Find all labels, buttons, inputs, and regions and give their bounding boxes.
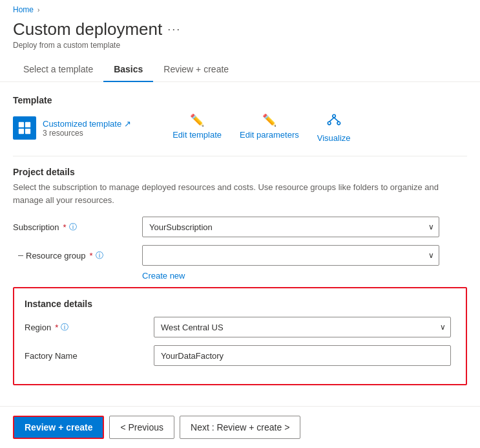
template-actions: ✏️ Edit template ✏️ Edit parameters xyxy=(172,113,350,143)
svg-point-4 xyxy=(332,114,335,118)
edit-parameters-action[interactable]: ✏️ Edit parameters xyxy=(240,113,299,143)
template-icon xyxy=(13,116,36,140)
subscription-row: Subscription * ⓘ YourSubscription ∨ xyxy=(13,217,467,237)
resource-group-select-wrapper: ∨ xyxy=(142,245,439,266)
svg-point-5 xyxy=(328,122,331,125)
visualize-action[interactable]: Visualize xyxy=(317,113,351,143)
factory-name-control xyxy=(154,345,451,366)
template-resources: 3 resources xyxy=(43,129,131,138)
region-control: West Central US ∨ xyxy=(154,317,451,337)
page-title-options[interactable]: ··· xyxy=(167,23,181,36)
resource-group-row: Resource group * ⓘ ∨ xyxy=(13,245,467,266)
divider-1 xyxy=(13,156,467,156)
project-description: Select the subscription to manage deploy… xyxy=(13,181,467,206)
edit-parameters-icon: ✏️ xyxy=(262,113,277,127)
resource-group-required: * xyxy=(90,251,93,261)
resource-group-select[interactable] xyxy=(142,245,439,266)
svg-rect-0 xyxy=(19,122,24,127)
template-text-block: Customized template ↗ 3 resources xyxy=(43,119,131,138)
template-grid-icon xyxy=(17,121,32,135)
instance-details-box: Instance details Region * ⓘ West Central… xyxy=(13,287,467,385)
region-select-wrapper: West Central US ∨ xyxy=(154,317,451,337)
tab-bar: Select a template Basics Review + create xyxy=(0,58,480,82)
visualize-icon xyxy=(327,113,341,131)
resource-group-control: ∨ xyxy=(142,245,439,266)
svg-line-8 xyxy=(334,118,339,122)
tab-basics[interactable]: Basics xyxy=(103,58,153,82)
previous-button[interactable]: < Previous xyxy=(109,416,174,439)
region-row: Region * ⓘ West Central US ∨ xyxy=(25,317,455,337)
subscription-required: * xyxy=(63,222,67,232)
template-section-title: Template xyxy=(13,95,467,105)
edit-template-label: Edit template xyxy=(172,130,222,140)
breadcrumb-chevron-icon: › xyxy=(37,6,39,14)
svg-rect-2 xyxy=(19,129,24,134)
edit-template-icon: ✏️ xyxy=(190,113,204,127)
breadcrumb: Home › xyxy=(0,0,480,17)
factory-name-label: Factory Name xyxy=(25,351,154,361)
region-info-icon[interactable]: ⓘ xyxy=(61,322,68,333)
footer: Review + create < Previous Next : Review… xyxy=(0,406,480,448)
region-label: Region * ⓘ xyxy=(25,322,154,333)
tab-review-create[interactable]: Review + create xyxy=(153,58,239,82)
next-button[interactable]: Next : Review + create > xyxy=(180,416,300,439)
region-select[interactable]: West Central US xyxy=(154,317,451,337)
resource-group-label: Resource group * ⓘ xyxy=(13,250,142,261)
subscription-label: Subscription * ⓘ xyxy=(13,222,142,233)
template-row: Customized template ↗ 3 resources ✏️ Edi… xyxy=(13,113,467,143)
create-new-link[interactable]: Create new xyxy=(13,271,467,281)
svg-line-7 xyxy=(329,118,333,122)
factory-name-row: Factory Name xyxy=(25,345,455,366)
svg-point-6 xyxy=(337,122,340,125)
svg-rect-3 xyxy=(25,129,30,134)
subscription-select-wrapper: YourSubscription ∨ xyxy=(142,217,439,237)
resource-group-info-icon[interactable]: ⓘ xyxy=(96,250,103,261)
region-required: * xyxy=(55,323,58,332)
tab-select-template[interactable]: Select a template xyxy=(13,58,103,82)
project-details-title: Project details xyxy=(13,167,467,177)
subscription-info-icon[interactable]: ⓘ xyxy=(69,222,77,233)
content-area: Template Customized template ↗ 3 resourc… xyxy=(0,82,480,398)
external-link-icon: ↗ xyxy=(124,119,131,129)
factory-name-input[interactable] xyxy=(154,345,451,366)
page-title: Custom deployment ··· xyxy=(13,19,467,39)
template-info: Customized template ↗ 3 resources xyxy=(13,116,131,140)
breadcrumb-home-link[interactable]: Home xyxy=(13,5,34,14)
review-create-button[interactable]: Review + create xyxy=(13,416,104,439)
visualize-label: Visualize xyxy=(317,133,351,143)
page-subtitle: Deploy from a custom template xyxy=(13,41,467,50)
subscription-select[interactable]: YourSubscription xyxy=(142,217,439,237)
subscription-control: YourSubscription ∨ xyxy=(142,217,439,237)
edit-parameters-label: Edit parameters xyxy=(240,130,299,140)
template-name-link[interactable]: Customized template ↗ xyxy=(43,119,131,129)
page-header: Custom deployment ··· Deploy from a cust… xyxy=(0,17,480,58)
instance-details-title: Instance details xyxy=(25,299,455,309)
edit-template-action[interactable]: ✏️ Edit template xyxy=(172,113,222,143)
svg-rect-1 xyxy=(25,122,30,127)
